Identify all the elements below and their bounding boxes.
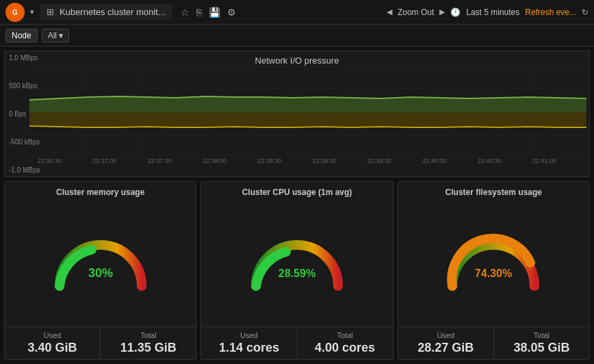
memory-total-stat: Total 11.35 GiB bbox=[101, 327, 196, 359]
x-label-8: 22:40:00 bbox=[422, 157, 446, 164]
fs-used-stat: Used 28.27 GiB bbox=[398, 327, 494, 359]
memory-total-value: 11.35 GiB bbox=[103, 341, 193, 355]
cluster-memory-title: Cluster memory usage bbox=[56, 182, 144, 197]
cpu-used-label: Used bbox=[204, 331, 294, 339]
time-range-label[interactable]: Last 5 minutes bbox=[466, 8, 519, 17]
clock-icon: 🕐 bbox=[450, 8, 461, 17]
network-chart-area bbox=[29, 67, 586, 156]
svg-text:30%: 30% bbox=[88, 266, 113, 280]
cluster-filesystem-stats: Used 28.27 GiB Total 38.05 GiB bbox=[398, 326, 589, 359]
dashboard-title: Kubernetes cluster monit... bbox=[60, 7, 166, 17]
all-filter-label: All ▾ bbox=[48, 31, 64, 40]
x-label-10: 22:41:00 bbox=[532, 157, 556, 164]
x-label-7: 22:39:30 bbox=[367, 157, 391, 164]
cluster-cpu-gauge-container: 28.59% bbox=[201, 197, 392, 326]
svg-text:74.30%: 74.30% bbox=[475, 268, 512, 279]
settings-icon[interactable]: ⚙ bbox=[227, 7, 236, 18]
grafana-logo[interactable]: G bbox=[5, 3, 25, 22]
y-label-top: 1.0 MBps bbox=[9, 54, 40, 62]
x-label-3: 22:37:30 bbox=[148, 157, 172, 164]
svg-marker-17 bbox=[29, 112, 586, 127]
star-icon[interactable]: ☆ bbox=[181, 7, 190, 18]
network-panel-title: Network I/O pressure bbox=[5, 51, 589, 67]
chevron-right-icon[interactable]: ▶ bbox=[439, 8, 445, 16]
cluster-filesystem-gauge-container: 74.30% bbox=[398, 197, 589, 326]
dashboard-title-tab[interactable]: ⊞ Kubernetes cluster monit... bbox=[40, 4, 172, 20]
topbar-actions: ☆ ⎘ 💾 ⚙ bbox=[181, 7, 236, 18]
memory-used-value: 3.40 GiB bbox=[8, 341, 97, 355]
grid-icon: ⊞ bbox=[47, 7, 54, 17]
topbar-right: ◀ Zoom Out ▶ 🕐 Last 5 minutes Refresh ev… bbox=[387, 8, 589, 17]
x-label-4: 22:38:00 bbox=[203, 157, 227, 164]
share-icon[interactable]: ⎘ bbox=[196, 7, 202, 18]
all-filter-dropdown[interactable]: All ▾ bbox=[42, 29, 70, 42]
fs-used-label: Used bbox=[401, 331, 491, 339]
fs-total-label: Total bbox=[497, 331, 586, 339]
refresh-label[interactable]: Refresh eve... bbox=[525, 8, 576, 17]
cluster-memory-stats: Used 3.40 GiB Total 11.35 GiB bbox=[5, 326, 196, 359]
fs-total-stat: Total 38.05 GiB bbox=[494, 327, 589, 359]
x-label-5: 22:38:30 bbox=[257, 157, 281, 164]
filterbar: Node All ▾ bbox=[0, 25, 594, 47]
gauge-panels: Cluster memory usage bbox=[4, 181, 590, 360]
chevron-left-icon[interactable]: ◀ bbox=[387, 8, 392, 16]
main-content: Network I/O pressure 1.0 MBps 500 kBps 0… bbox=[0, 47, 594, 364]
y-label-bottom: -1.0 MBps bbox=[9, 166, 40, 174]
cluster-cpu-stats: Used 1.14 cores Total 4.00 cores bbox=[201, 326, 392, 359]
cluster-memory-gauge-container: 30% bbox=[5, 197, 196, 326]
x-label-2: 22:37:00 bbox=[92, 157, 116, 164]
cpu-total-value: 4.00 cores bbox=[300, 341, 390, 355]
cluster-filesystem-title: Cluster filesystem usage bbox=[446, 182, 542, 197]
cpu-used-stat: Used 1.14 cores bbox=[201, 327, 297, 359]
svg-text:28.59%: 28.59% bbox=[279, 268, 315, 279]
x-label-9: 22:40:30 bbox=[478, 157, 502, 164]
x-label-1: 22:36:30 bbox=[38, 157, 62, 164]
topbar: G ▾ ⊞ Kubernetes cluster monit... ☆ ⎘ 💾 … bbox=[0, 0, 594, 25]
x-label-6: 22:39:00 bbox=[313, 157, 337, 164]
network-io-panel: Network I/O pressure 1.0 MBps 500 kBps 0… bbox=[4, 51, 590, 177]
cluster-cpu-panel: Cluster CPU usage (1m avg) 28.59% bbox=[201, 181, 393, 360]
memory-used-label: Used bbox=[8, 331, 97, 339]
svg-text:G: G bbox=[12, 9, 18, 16]
save-icon[interactable]: 💾 bbox=[209, 7, 220, 18]
cpu-total-label: Total bbox=[300, 331, 390, 339]
refresh-icon[interactable]: ↻ bbox=[582, 8, 589, 17]
memory-used-stat: Used 3.40 GiB bbox=[5, 327, 101, 359]
cpu-total-stat: Total 4.00 cores bbox=[298, 327, 393, 359]
node-filter-button[interactable]: Node bbox=[5, 29, 38, 42]
memory-total-label: Total bbox=[103, 331, 193, 339]
zoom-out-button[interactable]: Zoom Out bbox=[398, 8, 434, 17]
cluster-memory-panel: Cluster memory usage bbox=[4, 181, 196, 360]
fs-total-value: 38.05 GiB bbox=[497, 341, 586, 355]
app-menu-icon[interactable]: ▾ bbox=[30, 8, 34, 16]
svg-marker-16 bbox=[29, 96, 586, 112]
cpu-used-value: 1.14 cores bbox=[204, 341, 294, 355]
x-axis-labels: 22:36:30 22:37:00 22:37:30 22:38:00 22:3… bbox=[5, 156, 589, 166]
cluster-cpu-title: Cluster CPU usage (1m avg) bbox=[242, 182, 352, 197]
cluster-filesystem-panel: Cluster filesystem usage 74.30% bbox=[398, 181, 590, 360]
fs-used-value: 28.27 GiB bbox=[401, 341, 491, 355]
